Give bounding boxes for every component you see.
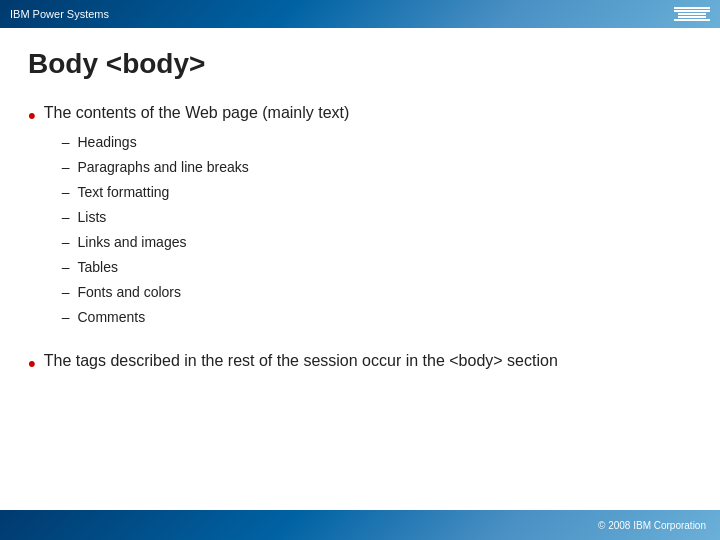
sub-text-paragraphs: Paragraphs and line breaks [78,157,249,178]
bullet-text-1: The contents of the Web page (mainly tex… [44,104,350,121]
sub-item-fonts-colors: – Fonts and colors [62,282,350,303]
svg-rect-4 [674,19,710,21]
copyright-text: © 2008 IBM Corporation [598,520,706,531]
sub-item-lists: – Lists [62,207,350,228]
bullet-text-2: The tags described in the rest of the se… [44,350,558,372]
main-content: Body <body> • The contents of the Web pa… [0,28,720,510]
sub-item-paragraphs: – Paragraphs and line breaks [62,157,350,178]
bullet-section-2: • The tags described in the rest of the … [28,350,692,379]
svg-rect-3 [678,16,706,18]
sub-list-1: – Headings – Paragraphs and line breaks … [62,132,350,328]
bullet-section-1: • The contents of the Web page (mainly t… [28,102,692,332]
sub-text-headings: Headings [78,132,137,153]
sub-text-lists: Lists [78,207,107,228]
svg-rect-2 [678,13,706,15]
bullet-item-1: • The contents of the Web page (mainly t… [28,102,692,332]
sub-item-headings: – Headings [62,132,350,153]
sub-text-fonts-colors: Fonts and colors [78,282,182,303]
ibm-logo-icon [674,7,710,21]
bullet-dot-1: • [28,102,36,131]
top-bar: IBM Power Systems [0,0,720,28]
sub-text-links-images: Links and images [78,232,187,253]
sub-text-tables: Tables [78,257,118,278]
svg-rect-0 [674,7,710,9]
sub-text-comments: Comments [78,307,146,328]
sub-item-links-images: – Links and images [62,232,350,253]
bottom-bar: © 2008 IBM Corporation [0,510,720,540]
bullet-dot-2: • [28,350,36,379]
page-title: Body <body> [28,48,692,80]
sub-text-text-formatting: Text formatting [78,182,170,203]
top-bar-title: IBM Power Systems [10,8,109,20]
sub-item-text-formatting: – Text formatting [62,182,350,203]
sub-item-tables: – Tables [62,257,350,278]
bullet-item-2: • The tags described in the rest of the … [28,350,692,379]
sub-item-comments: – Comments [62,307,350,328]
svg-rect-1 [674,10,710,12]
